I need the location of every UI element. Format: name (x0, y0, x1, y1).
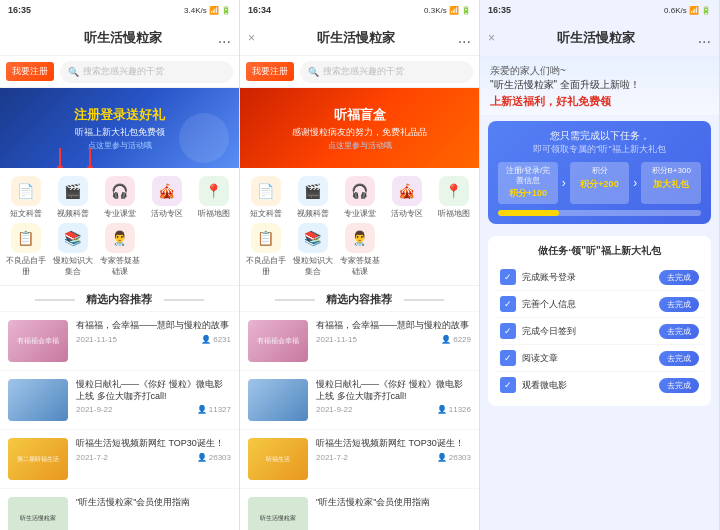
icons-grid-1: 📄 短文科普 🎬 视频科普 🎧 专业课堂 🎪 活动专区 📍 听福地图 📋 不良品… (0, 168, 239, 286)
content-list-2: 有福福会幸福 有福福，会幸福——慧郎与慢粒的故事 2021-11-15 👤 62… (240, 312, 479, 530)
status-bar-3: 16:35 0.6K/s 📶 🔋 (480, 0, 719, 20)
banner-sub1-1: 听福上新大礼包免费领 (74, 126, 165, 139)
svg-marker-3 (87, 166, 93, 168)
icon-label-8: 专家答疑基础课 (98, 255, 141, 277)
content-date-1: 2021-11-15 (76, 335, 117, 344)
time-2: 16:34 (248, 5, 271, 15)
icon-short-text-2[interactable]: 📄 短文科普 (244, 176, 287, 219)
arrow-right-2: › (633, 162, 637, 204)
task-name-2: 完善个人信息 (522, 298, 576, 311)
banner-sub2-2: 点这里参与活动哦 (292, 140, 427, 151)
status-bar-1: 16:35 3.4K/s 📶 🔋 (0, 0, 239, 20)
app-title-1: 听生活慢粒家 (84, 29, 162, 47)
welcome-line1: 亲爱的家人们哟~ (490, 64, 709, 78)
network-info-3: 0.6K/s 📶 🔋 (664, 6, 711, 15)
icon-audio-2[interactable]: 🎧 专业课堂 (338, 176, 381, 219)
icon-map-1[interactable]: 📍 听福地图 (192, 176, 235, 219)
task-item-5: ✓ 观看微电影 去完成 (496, 372, 703, 398)
content-title-p2-1: 有福福，会幸福——慧郎与慢粒的故事 (316, 320, 471, 332)
content-title-3: 听福生活短视频新网红 TOP30诞生！ (76, 438, 231, 450)
close-icon-2[interactable]: × (248, 31, 255, 45)
task-item-2: ✓ 完善个人信息 去完成 (496, 291, 703, 318)
list-item[interactable]: 听生活慢粒家 "听生活慢粒家"会员使用指南 (240, 489, 479, 530)
section-title-2: 精选内容推荐 (240, 286, 479, 312)
icon-short-text-1[interactable]: 📄 短文科普 (4, 176, 47, 219)
task-btn-2[interactable]: 去完成 (659, 297, 699, 312)
thumb-p2-4: 听生活慢粒家 (248, 497, 308, 530)
icon-activity-2[interactable]: 🎪 活动专区 (385, 176, 428, 219)
icon-knowledge-2[interactable]: 📚 慢粒知识大集合 (291, 223, 334, 277)
task-check-1: ✓ (500, 269, 516, 285)
content-views-1: 👤 6231 (201, 335, 231, 344)
task-btn-3[interactable]: 去完成 (659, 324, 699, 339)
task-name-5: 观看微电影 (522, 379, 567, 392)
icon-manual-1[interactable]: 📋 不良品自手册 (4, 223, 47, 277)
banner-1[interactable]: 注册登录送好礼 听福上新大礼包免费领 点这里参与活动哦 (0, 88, 239, 168)
banner-sub1-2: 感谢慢粒病友的努力，免费礼品品 (292, 126, 427, 139)
list-item[interactable]: 听生活慢粒家 "听生活慢粒家"会员使用指南 (0, 489, 239, 530)
reg-button-1[interactable]: 我要注册 (6, 62, 54, 81)
icon-video-1[interactable]: 🎬 视频科普 (51, 176, 94, 219)
content-list-1: 有福福会幸福 有福福，会幸福——慧郎与慢粒的故事 2021-11-15 👤 62… (0, 312, 239, 530)
icon-expert-2[interactable]: 👨‍⚕️ 专家答疑基础课 (338, 223, 381, 277)
task-btn-4[interactable]: 去完成 (659, 351, 699, 366)
upgrade-steps: 注册/登录/完善信息 积分+100 › 积分 积分+200 › 积分B+300 … (498, 162, 701, 204)
search-icon-1: 🔍 (68, 67, 79, 77)
progress-bar (498, 210, 701, 216)
list-item[interactable]: 第二届听福生活 听福生活短视频新网红 TOP30诞生！ 2021-7-2 👤 2… (0, 430, 239, 489)
top-bar-2: × 听生活慢粒家 ... (240, 20, 479, 56)
task-section-title: 做任务·领"听"福上新大礼包 (496, 244, 703, 258)
close-icon-3[interactable]: × (488, 31, 495, 45)
time-1: 16:35 (8, 5, 31, 15)
icon-map-2[interactable]: 📍 听福地图 (432, 176, 475, 219)
icon-label-6: 不良品自手册 (4, 255, 47, 277)
task-name-3: 完成今日签到 (522, 325, 576, 338)
icon-label-2: 视频科普 (57, 208, 89, 219)
more-icon-2[interactable]: ... (458, 29, 471, 47)
task-check-5: ✓ (500, 377, 516, 393)
panel-2: 16:34 0.3K/s 📶 🔋 × 听生活慢粒家 ... 我要注册 🔍 搜索您… (240, 0, 480, 530)
content-title-p2-3: 听福生活短视频新网红 TOP30诞生！ (316, 438, 471, 450)
search-icon-2: 🔍 (308, 67, 319, 77)
upgrade-banner: 您只需完成以下任务，即可领取专属的"听"福上新大礼包 注册/登录/完善信息 积分… (488, 121, 711, 224)
task-name-1: 完成账号登录 (522, 271, 576, 284)
icon-manual-2[interactable]: 📋 不良品自手册 (244, 223, 287, 277)
icon-label-4: 活动专区 (151, 208, 183, 219)
task-btn-1[interactable]: 去完成 (659, 270, 699, 285)
more-icon-3[interactable]: ... (698, 29, 711, 47)
task-btn-5[interactable]: 去完成 (659, 378, 699, 393)
icon-label-1: 短文科普 (10, 208, 42, 219)
banner-2[interactable]: 听福盲盒 感谢慢粒病友的努力，免费礼品品 点这里参与活动哦 (240, 88, 479, 168)
search-box-1[interactable]: 🔍 搜索您感兴趣的干货 (60, 61, 233, 83)
list-item[interactable]: 有福福会幸福 有福福，会幸福——慧郎与慢粒的故事 2021-11-15 👤 62… (0, 312, 239, 371)
content-title-p2-4: "听生活慢粒家"会员使用指南 (316, 497, 471, 509)
section-title-1: 精选内容推荐 (0, 286, 239, 312)
task-item-3: ✓ 完成今日签到 去完成 (496, 318, 703, 345)
task-item-4: ✓ 阅读文章 去完成 (496, 345, 703, 372)
icon-activity-1[interactable]: 🎪 活动专区 (145, 176, 188, 219)
thumb-4: 听生活慢粒家 (8, 497, 68, 530)
thumb-2 (8, 379, 68, 421)
list-item[interactable]: 有福福会幸福 有福福，会幸福——慧郎与慢粒的故事 2021-11-15 👤 62… (240, 312, 479, 371)
search-box-2[interactable]: 🔍 搜索您感兴趣的干货 (300, 61, 473, 83)
list-item[interactable]: 慢粒日献礼——《你好 慢粒》微电影上线 多位大咖齐打call! 2021-9-2… (0, 371, 239, 430)
task-section: 做任务·领"听"福上新大礼包 ✓ 完成账号登录 去完成 ✓ 完善个人信息 去完成… (488, 236, 711, 406)
icon-knowledge-1[interactable]: 📚 慢粒知识大集合 (51, 223, 94, 277)
thumb-p2-1: 有福福会幸福 (248, 320, 308, 362)
banner-decor-1 (179, 113, 229, 163)
reg-button-2[interactable]: 我要注册 (246, 62, 294, 81)
arrow-indicator-1 (50, 148, 110, 168)
icon-expert-1[interactable]: 👨‍⚕️ 专家答疑基础课 (98, 223, 141, 277)
arrow-right-1: › (562, 162, 566, 204)
content-title-1: 有福福，会幸福——慧郎与慢粒的故事 (76, 320, 231, 332)
list-item[interactable]: 听福生活 听福生活短视频新网红 TOP30诞生！ 2021-7-2 👤 2630… (240, 430, 479, 489)
more-icon-1[interactable]: ... (218, 29, 231, 47)
icon-label-3: 专业课堂 (104, 208, 136, 219)
welcome-box: 亲爱的家人们哟~ "听生活慢粒家" 全面升级上新啦！ 上新送福利，好礼免费领 (480, 56, 719, 115)
icon-video-2[interactable]: 🎬 视频科普 (291, 176, 334, 219)
icon-label-7: 慢粒知识大集合 (51, 255, 94, 277)
content-date-2: 2021-9-22 (76, 405, 112, 414)
icon-audio-1[interactable]: 🎧 专业课堂 (98, 176, 141, 219)
list-item[interactable]: 慢粒日献礼——《你好 慢粒》微电影上线 多位大咖齐打call! 2021-9-2… (240, 371, 479, 430)
search-row-2: 我要注册 🔍 搜索您感兴趣的干货 (240, 56, 479, 88)
